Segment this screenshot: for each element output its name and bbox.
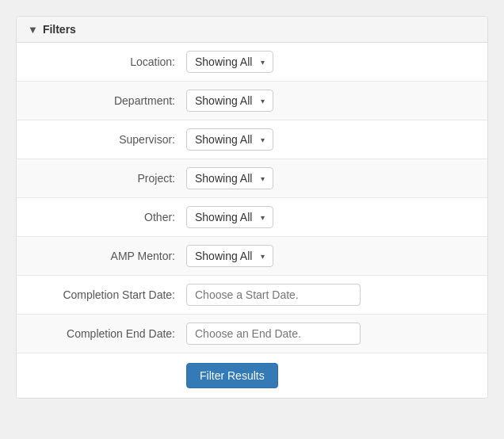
filter-dropdown-value-project: Showing All <box>195 172 252 185</box>
chevron-down-icon: ▾ <box>261 58 265 67</box>
filter-label-department: Department: <box>28 94 186 107</box>
filter-row-location: Location:Showing All▾ <box>17 43 487 82</box>
filter-row-completion-start-date: Completion Start Date: <box>17 276 487 315</box>
filter-dropdown-value-location: Showing All <box>195 55 252 68</box>
filter-row-other: Other:Showing All▾ <box>17 198 487 237</box>
panel-title: Filters <box>43 23 76 36</box>
chevron-down-icon: ▾ <box>261 97 265 105</box>
filter-dropdown-project[interactable]: Showing All▾ <box>186 167 273 189</box>
filter-row-completion-end-date: Completion End Date: <box>17 315 487 353</box>
chevron-down-icon: ▾ <box>261 136 265 144</box>
filter-icon: ▼ <box>28 24 38 36</box>
filter-label-completion-start-date: Completion Start Date: <box>28 288 186 301</box>
filter-date-input-completion-end-date[interactable] <box>186 323 361 345</box>
filter-dropdown-supervisor[interactable]: Showing All▾ <box>186 128 273 151</box>
filters-panel: ▼ Filters Location:Showing All▾Departmen… <box>16 16 488 399</box>
filter-label-other: Other: <box>28 211 186 223</box>
filter-label-amp-mentor: AMP Mentor: <box>28 250 186 262</box>
filter-label-completion-end-date: Completion End Date: <box>28 327 186 340</box>
filter-dropdown-other[interactable]: Showing All▾ <box>186 206 273 228</box>
filter-dropdown-value-supervisor: Showing All <box>195 133 252 146</box>
filter-dropdown-department[interactable]: Showing All▾ <box>186 90 273 112</box>
filter-label-project: Project: <box>28 172 186 185</box>
filter-dropdown-amp-mentor[interactable]: Showing All▾ <box>186 245 273 267</box>
filter-row-supervisor: Supervisor:Showing All▾ <box>17 120 487 159</box>
filter-date-input-completion-start-date[interactable] <box>186 284 361 306</box>
filter-row-department: Department:Showing All▾ <box>17 82 487 120</box>
panel-header: ▼ Filters <box>17 17 487 43</box>
filter-dropdown-value-other: Showing All <box>195 211 252 223</box>
filter-dropdown-location[interactable]: Showing All▾ <box>186 51 273 73</box>
filter-label-supervisor: Supervisor: <box>28 133 186 146</box>
filter-row-project: Project:Showing All▾ <box>17 159 487 198</box>
chevron-down-icon: ▾ <box>261 174 265 183</box>
chevron-down-icon: ▾ <box>261 252 265 261</box>
filter-rows: Location:Showing All▾Department:Showing … <box>17 43 487 353</box>
filter-row-amp-mentor: AMP Mentor:Showing All▾ <box>17 237 487 276</box>
filter-dropdown-value-amp-mentor: Showing All <box>195 250 252 262</box>
chevron-down-icon: ▾ <box>261 213 265 222</box>
filter-label-location: Location: <box>28 55 186 68</box>
filter-results-button[interactable]: Filter Results <box>186 363 278 388</box>
filter-dropdown-value-department: Showing All <box>195 94 252 107</box>
filter-results-row: Filter Results <box>17 353 487 398</box>
